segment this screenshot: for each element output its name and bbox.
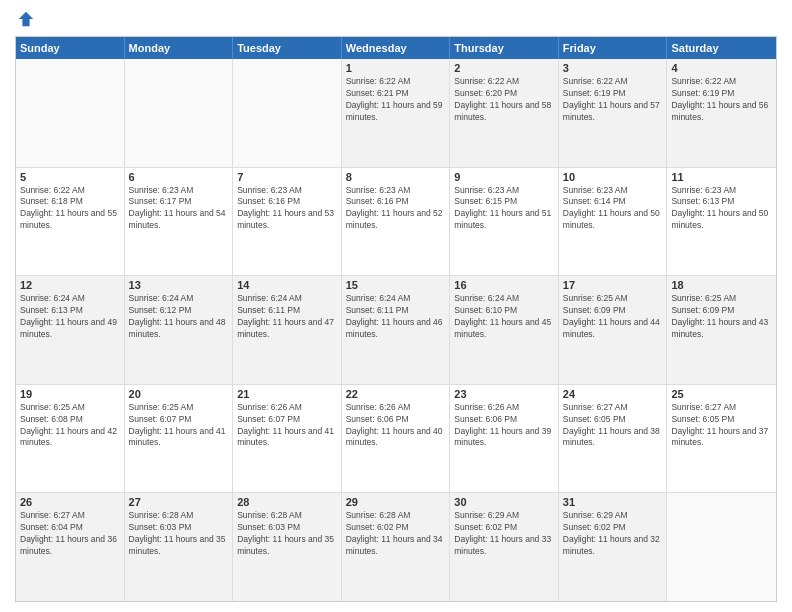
calendar-cell-1-1: 6Sunrise: 6:23 AMSunset: 6:17 PMDaylight… xyxy=(125,168,234,276)
sunset-text: Sunset: 6:10 PM xyxy=(454,305,554,317)
sunrise-text: Sunrise: 6:25 AM xyxy=(129,402,229,414)
daylight-text: Daylight: 11 hours and 34 minutes. xyxy=(346,534,446,558)
calendar: SundayMondayTuesdayWednesdayThursdayFrid… xyxy=(15,36,777,602)
day-number: 16 xyxy=(454,279,554,291)
day-number: 17 xyxy=(563,279,663,291)
sunset-text: Sunset: 6:19 PM xyxy=(563,88,663,100)
calendar-cell-4-4: 30Sunrise: 6:29 AMSunset: 6:02 PMDayligh… xyxy=(450,493,559,601)
calendar-cell-3-1: 20Sunrise: 6:25 AMSunset: 6:07 PMDayligh… xyxy=(125,385,234,493)
calendar-cell-2-2: 14Sunrise: 6:24 AMSunset: 6:11 PMDayligh… xyxy=(233,276,342,384)
day-number: 6 xyxy=(129,171,229,183)
calendar-cell-1-0: 5Sunrise: 6:22 AMSunset: 6:18 PMDaylight… xyxy=(16,168,125,276)
sunset-text: Sunset: 6:02 PM xyxy=(346,522,446,534)
calendar-cell-0-0 xyxy=(16,59,125,167)
day-number: 22 xyxy=(346,388,446,400)
day-number: 8 xyxy=(346,171,446,183)
daylight-text: Daylight: 11 hours and 53 minutes. xyxy=(237,208,337,232)
header-day-thursday: Thursday xyxy=(450,37,559,59)
day-number: 13 xyxy=(129,279,229,291)
sunset-text: Sunset: 6:02 PM xyxy=(454,522,554,534)
day-number: 18 xyxy=(671,279,772,291)
sunrise-text: Sunrise: 6:22 AM xyxy=(563,76,663,88)
calendar-cell-0-4: 2Sunrise: 6:22 AMSunset: 6:20 PMDaylight… xyxy=(450,59,559,167)
day-number: 9 xyxy=(454,171,554,183)
calendar-cell-2-5: 17Sunrise: 6:25 AMSunset: 6:09 PMDayligh… xyxy=(559,276,668,384)
sunrise-text: Sunrise: 6:22 AM xyxy=(671,76,772,88)
day-number: 12 xyxy=(20,279,120,291)
sunset-text: Sunset: 6:07 PM xyxy=(237,414,337,426)
sunrise-text: Sunrise: 6:24 AM xyxy=(237,293,337,305)
daylight-text: Daylight: 11 hours and 47 minutes. xyxy=(237,317,337,341)
calendar-cell-4-2: 28Sunrise: 6:28 AMSunset: 6:03 PMDayligh… xyxy=(233,493,342,601)
daylight-text: Daylight: 11 hours and 33 minutes. xyxy=(454,534,554,558)
sunset-text: Sunset: 6:21 PM xyxy=(346,88,446,100)
sunset-text: Sunset: 6:03 PM xyxy=(129,522,229,534)
sunrise-text: Sunrise: 6:23 AM xyxy=(237,185,337,197)
sunset-text: Sunset: 6:05 PM xyxy=(563,414,663,426)
day-number: 20 xyxy=(129,388,229,400)
calendar-cell-2-0: 12Sunrise: 6:24 AMSunset: 6:13 PMDayligh… xyxy=(16,276,125,384)
calendar-row-0: 1Sunrise: 6:22 AMSunset: 6:21 PMDaylight… xyxy=(16,59,776,168)
calendar-cell-2-3: 15Sunrise: 6:24 AMSunset: 6:11 PMDayligh… xyxy=(342,276,451,384)
day-number: 23 xyxy=(454,388,554,400)
sunrise-text: Sunrise: 6:28 AM xyxy=(237,510,337,522)
sunset-text: Sunset: 6:02 PM xyxy=(563,522,663,534)
day-number: 31 xyxy=(563,496,663,508)
sunrise-text: Sunrise: 6:24 AM xyxy=(346,293,446,305)
sunrise-text: Sunrise: 6:29 AM xyxy=(454,510,554,522)
sunrise-text: Sunrise: 6:23 AM xyxy=(563,185,663,197)
sunset-text: Sunset: 6:11 PM xyxy=(346,305,446,317)
page: SundayMondayTuesdayWednesdayThursdayFrid… xyxy=(0,0,792,612)
daylight-text: Daylight: 11 hours and 57 minutes. xyxy=(563,100,663,124)
daylight-text: Daylight: 11 hours and 44 minutes. xyxy=(563,317,663,341)
day-number: 4 xyxy=(671,62,772,74)
calendar-cell-0-5: 3Sunrise: 6:22 AMSunset: 6:19 PMDaylight… xyxy=(559,59,668,167)
day-number: 30 xyxy=(454,496,554,508)
header xyxy=(15,10,777,28)
daylight-text: Daylight: 11 hours and 54 minutes. xyxy=(129,208,229,232)
daylight-text: Daylight: 11 hours and 42 minutes. xyxy=(20,426,120,450)
calendar-cell-3-5: 24Sunrise: 6:27 AMSunset: 6:05 PMDayligh… xyxy=(559,385,668,493)
calendar-row-3: 19Sunrise: 6:25 AMSunset: 6:08 PMDayligh… xyxy=(16,385,776,494)
day-number: 2 xyxy=(454,62,554,74)
calendar-cell-1-6: 11Sunrise: 6:23 AMSunset: 6:13 PMDayligh… xyxy=(667,168,776,276)
sunrise-text: Sunrise: 6:23 AM xyxy=(129,185,229,197)
daylight-text: Daylight: 11 hours and 45 minutes. xyxy=(454,317,554,341)
daylight-text: Daylight: 11 hours and 36 minutes. xyxy=(20,534,120,558)
calendar-cell-4-1: 27Sunrise: 6:28 AMSunset: 6:03 PMDayligh… xyxy=(125,493,234,601)
daylight-text: Daylight: 11 hours and 50 minutes. xyxy=(563,208,663,232)
calendar-cell-0-6: 4Sunrise: 6:22 AMSunset: 6:19 PMDaylight… xyxy=(667,59,776,167)
sunrise-text: Sunrise: 6:23 AM xyxy=(671,185,772,197)
day-number: 25 xyxy=(671,388,772,400)
header-day-sunday: Sunday xyxy=(16,37,125,59)
header-day-wednesday: Wednesday xyxy=(342,37,451,59)
daylight-text: Daylight: 11 hours and 43 minutes. xyxy=(671,317,772,341)
daylight-text: Daylight: 11 hours and 41 minutes. xyxy=(237,426,337,450)
sunset-text: Sunset: 6:18 PM xyxy=(20,196,120,208)
calendar-cell-0-1 xyxy=(125,59,234,167)
sunrise-text: Sunrise: 6:22 AM xyxy=(20,185,120,197)
calendar-header: SundayMondayTuesdayWednesdayThursdayFrid… xyxy=(16,37,776,59)
sunrise-text: Sunrise: 6:28 AM xyxy=(346,510,446,522)
header-day-monday: Monday xyxy=(125,37,234,59)
daylight-text: Daylight: 11 hours and 55 minutes. xyxy=(20,208,120,232)
sunset-text: Sunset: 6:05 PM xyxy=(671,414,772,426)
day-number: 28 xyxy=(237,496,337,508)
sunrise-text: Sunrise: 6:25 AM xyxy=(563,293,663,305)
sunset-text: Sunset: 6:19 PM xyxy=(671,88,772,100)
sunset-text: Sunset: 6:09 PM xyxy=(671,305,772,317)
day-number: 26 xyxy=(20,496,120,508)
calendar-row-1: 5Sunrise: 6:22 AMSunset: 6:18 PMDaylight… xyxy=(16,168,776,277)
sunset-text: Sunset: 6:13 PM xyxy=(671,196,772,208)
sunrise-text: Sunrise: 6:24 AM xyxy=(20,293,120,305)
calendar-cell-0-2 xyxy=(233,59,342,167)
calendar-cell-0-3: 1Sunrise: 6:22 AMSunset: 6:21 PMDaylight… xyxy=(342,59,451,167)
sunrise-text: Sunrise: 6:22 AM xyxy=(346,76,446,88)
daylight-text: Daylight: 11 hours and 39 minutes. xyxy=(454,426,554,450)
calendar-cell-3-0: 19Sunrise: 6:25 AMSunset: 6:08 PMDayligh… xyxy=(16,385,125,493)
daylight-text: Daylight: 11 hours and 56 minutes. xyxy=(671,100,772,124)
calendar-cell-4-0: 26Sunrise: 6:27 AMSunset: 6:04 PMDayligh… xyxy=(16,493,125,601)
calendar-body: 1Sunrise: 6:22 AMSunset: 6:21 PMDaylight… xyxy=(16,59,776,601)
daylight-text: Daylight: 11 hours and 58 minutes. xyxy=(454,100,554,124)
sunrise-text: Sunrise: 6:27 AM xyxy=(20,510,120,522)
